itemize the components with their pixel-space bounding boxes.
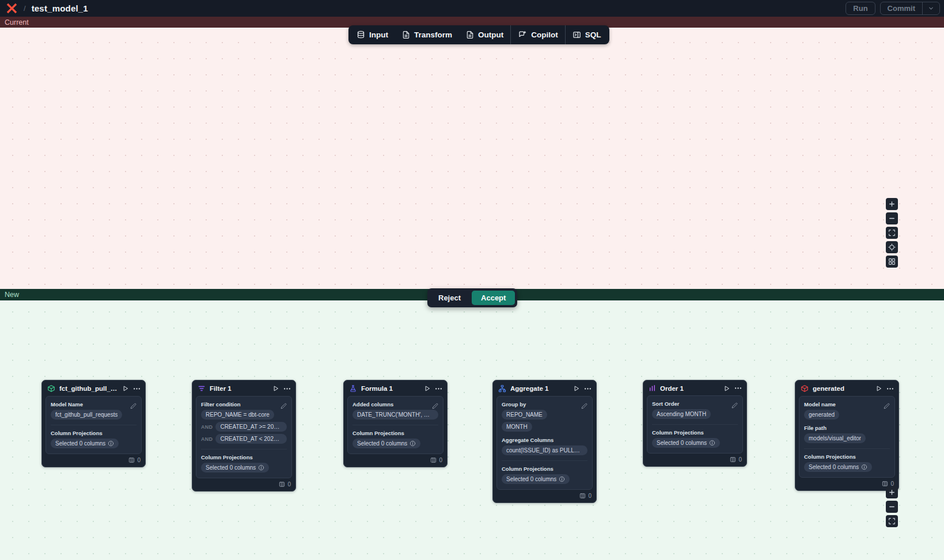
- info-icon[interactable]: [559, 476, 565, 482]
- accept-button[interactable]: Accept: [472, 291, 515, 305]
- node-header[interactable]: Aggregate 1: [493, 380, 596, 396]
- node-card: Added columnsDATE_TRUNC('MONTH', CREATED…: [347, 396, 443, 454]
- toolbar-item-output[interactable]: Output: [459, 25, 510, 44]
- fit-view-button[interactable]: [886, 227, 898, 239]
- pill-row: Ascending MONTH: [652, 409, 738, 419]
- run-node-button[interactable]: [875, 385, 882, 392]
- value-pill: Selected 0 columns: [652, 438, 720, 448]
- field-label: Model Name: [51, 401, 137, 407]
- field-label: Column Projections: [652, 429, 738, 436]
- canvas-node[interactable]: Formula 1Added columnsDATE_TRUNC('MONTH'…: [343, 380, 448, 467]
- node-menu-button[interactable]: [435, 385, 442, 393]
- columns-icon: [730, 456, 736, 463]
- run-node-button[interactable]: [723, 385, 730, 392]
- value-pill: Selected 0 columns: [51, 439, 119, 448]
- node-field-group: Model Namefct_github_pull_requests: [51, 401, 137, 420]
- zoom-out-button[interactable]: [886, 501, 898, 513]
- commit-button[interactable]: Commit: [881, 2, 922, 14]
- node-menu-button[interactable]: [283, 385, 291, 393]
- value-pill-text: CREATED_AT >= 2024-12-01: [220, 424, 282, 430]
- info-icon[interactable]: [258, 464, 264, 471]
- node-menu-button[interactable]: [734, 384, 742, 392]
- value-pill: MONTH: [502, 422, 532, 432]
- run-node-button[interactable]: [424, 385, 431, 392]
- value-pill-text: Ascending MONTH: [657, 411, 706, 417]
- breadcrumb: / test_model_1: [6, 2, 88, 14]
- toolbar-item-input[interactable]: Input: [350, 25, 395, 44]
- field-label: Added columns: [352, 401, 438, 407]
- node-header[interactable]: Filter 1: [192, 380, 295, 396]
- toolbar-item-transform[interactable]: Transform: [395, 25, 459, 44]
- run-node-button[interactable]: [272, 385, 279, 392]
- zoom-in-button[interactable]: [886, 486, 898, 498]
- reject-button[interactable]: Reject: [430, 291, 469, 305]
- info-icon[interactable]: [861, 464, 867, 470]
- node-header[interactable]: Order 1: [643, 380, 746, 395]
- node-actions: [723, 384, 742, 392]
- edit-icon[interactable]: [432, 401, 438, 412]
- node-menu-button[interactable]: [886, 385, 894, 393]
- info-icon[interactable]: [709, 440, 715, 446]
- toolbar-item-copilot[interactable]: Copilot: [511, 25, 565, 44]
- canvas-new[interactable]: fct_github_pull_requestsModel Namefct_gi…: [0, 300, 944, 560]
- node-field-group: Column ProjectionsSelected 0 columns: [502, 460, 587, 484]
- info-icon[interactable]: [108, 440, 114, 447]
- edit-icon[interactable]: [130, 401, 137, 412]
- info-icon[interactable]: [410, 440, 416, 447]
- pill-row: Selected 0 columns: [652, 438, 738, 448]
- node-header[interactable]: Formula 1: [344, 380, 447, 396]
- canvas-node[interactable]: generatedModel namegeneratedFile pathmod…: [795, 380, 899, 491]
- edit-icon[interactable]: [280, 401, 287, 412]
- model-icon: [801, 384, 809, 393]
- focus-button[interactable]: [886, 241, 898, 253]
- canvas-node[interactable]: Order 1Sort OrderAscending MONTHColumn P…: [643, 380, 747, 467]
- canvas-node[interactable]: Aggregate 1Group byREPO_NAMEMONTHAggrega…: [492, 380, 597, 503]
- node-header[interactable]: generated: [795, 380, 898, 396]
- commit-split-button: Commit: [880, 2, 940, 15]
- node-row-count: 0: [493, 490, 596, 500]
- value-pill-text: Selected 0 columns: [55, 440, 105, 447]
- zoom-out-button[interactable]: [886, 212, 898, 224]
- aggregate-icon: [498, 384, 506, 393]
- node-card: Model Namefct_github_pull_requestsColumn…: [46, 396, 142, 454]
- toolbar-item-label: Copilot: [531, 31, 558, 39]
- canvas-current[interactable]: [0, 28, 944, 289]
- edit-icon[interactable]: [581, 401, 587, 412]
- fit-view-button[interactable]: [886, 515, 898, 527]
- run-button[interactable]: Run: [846, 2, 875, 15]
- canvas-node[interactable]: fct_github_pull_requestsModel Namefct_gi…: [41, 380, 146, 467]
- edit-icon[interactable]: [884, 401, 890, 412]
- value-pill: Selected 0 columns: [502, 474, 570, 484]
- field-label: Column Projections: [804, 454, 890, 460]
- database-icon: [357, 31, 365, 39]
- node-menu-button[interactable]: [584, 385, 592, 393]
- edges-layer: [0, 300, 173, 387]
- breadcrumb-separator: /: [24, 4, 26, 13]
- pill-row: count(ISSUE_ID) as PULL_REQUEST_…: [502, 445, 587, 455]
- run-node-button[interactable]: [122, 385, 129, 392]
- field-label: Sort Order: [652, 401, 738, 407]
- node-menu-button[interactable]: [133, 385, 141, 393]
- zoom-in-button[interactable]: [886, 198, 898, 210]
- pill-row: REPO_NAME = dbt-core: [201, 410, 287, 420]
- dbt-logo-icon[interactable]: [6, 2, 18, 14]
- run-node-button[interactable]: [573, 385, 580, 392]
- toolbar-item-label: Input: [369, 31, 388, 39]
- commit-menu-button[interactable]: [923, 2, 939, 14]
- value-pill-text: Selected 0 columns: [506, 476, 556, 482]
- toolbar-item-sql[interactable]: SQL: [566, 25, 608, 44]
- node-header[interactable]: fct_github_pull_requests: [42, 380, 145, 396]
- node-title: Formula 1: [361, 385, 420, 392]
- canvas-node[interactable]: Filter 1Filter conditionREPO_NAME = dbt-…: [192, 380, 296, 492]
- node-field-group: Column ProjectionsSelected 0 columns: [51, 425, 137, 448]
- new-label: New: [5, 291, 19, 299]
- node-field-group: Column ProjectionsSelected 0 columns: [352, 425, 438, 448]
- node-actions: [122, 385, 141, 393]
- layout-grid-button[interactable]: [886, 256, 898, 268]
- field-label: Column Projections: [51, 430, 137, 436]
- toolbar-item-label: Transform: [414, 31, 452, 39]
- row-count-value: 0: [588, 493, 592, 499]
- value-pill: CREATED_AT < 2025-03-01: [215, 434, 287, 444]
- condition-operator: AND: [201, 424, 213, 430]
- edit-icon[interactable]: [731, 401, 738, 411]
